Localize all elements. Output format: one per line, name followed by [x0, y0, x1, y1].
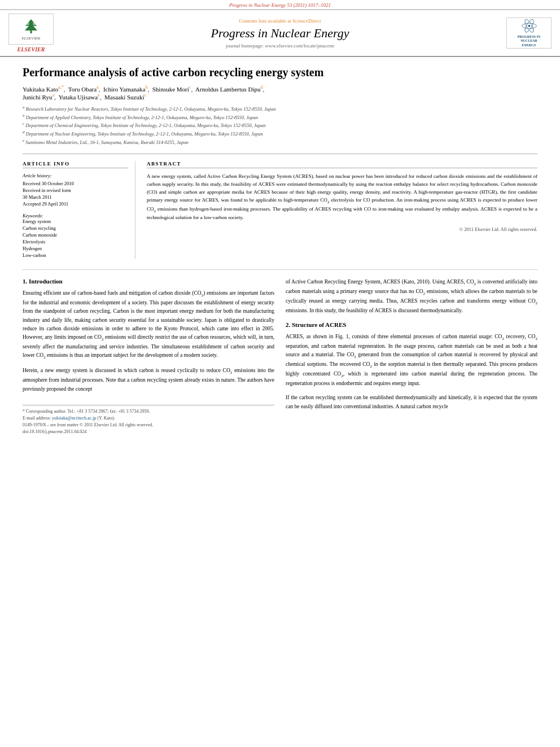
elsevier-tree-icon: [23, 18, 40, 35]
journal-citation-bar: Progress in Nuclear Energy 53 (2011) 101…: [0, 0, 560, 10]
journal-name: Progress in Nuclear Energy: [61, 26, 499, 41]
author-obara: Toru Obara: [68, 86, 97, 93]
keyword-4: Electrolysis: [23, 239, 128, 244]
introduction-para-2: Herein, a new energy system is discussed…: [23, 366, 274, 393]
author-yamanaka: Ichiro Yamanaka: [103, 86, 146, 93]
affiliation-b: b Department of Applied Chemistry, Tokyo…: [23, 113, 537, 121]
affiliation-d: d Department of Nuclear Engineering, Tok…: [23, 129, 537, 138]
body-left-column: 1. Introduction Ensuring efficient use o…: [23, 278, 274, 436]
author-kato: Yukitaka Kato: [23, 86, 58, 93]
authors-line: Yukitaka Katoa,*, Toru Obaraa, Ichiro Ya…: [23, 85, 537, 100]
abstract-heading: ABSTRACT: [147, 161, 537, 168]
corresponding-author-note: * Corresponding author. Tel.: +81 3 5734…: [23, 409, 274, 414]
email-suffix: (Y. Kato).: [97, 416, 115, 421]
keyword-3: Carbon monoxide: [23, 232, 128, 238]
author-ryu: Junichi Ryu: [23, 93, 52, 100]
author-dipu: Arnoldus Lambertus Dipu: [195, 86, 260, 93]
received-date: Received 30 October 2010: [23, 181, 128, 186]
body-content: 1. Introduction Ensuring efficient use o…: [23, 269, 537, 436]
keyword-6: Low-carbon: [23, 252, 128, 258]
elsevier-brand-label: ELSEVIER: [18, 46, 45, 53]
article-info-abstract: ARTICLE INFO Article history: Received 3…: [23, 154, 537, 259]
right-logo-container: PROGRESS INNUCLEARENERGY: [504, 18, 554, 49]
elsevier-logo-container: ELSEVIER ELSEVIER: [6, 14, 56, 53]
doi-line: doi:10.1016/j.pnucene.2011.04.024: [23, 429, 274, 434]
affiliations-block: a Research Laboratory for Nuclear Reacto…: [23, 104, 537, 146]
journal-citation: Progress in Nuclear Energy 53 (2011) 101…: [229, 2, 331, 8]
abstract-text: A new energy system, called Active Carbo…: [147, 173, 537, 222]
received-revised-date: 30 March 2011: [23, 194, 128, 200]
body-right-column: of Active Carbon Recycling Energy System…: [286, 278, 537, 436]
sciencedirect-link: Contents lists available at ScienceDirec…: [61, 18, 499, 24]
email-address[interactable]: yukitaka@nr.titech.ac.jp: [52, 416, 96, 421]
keyword-2: Carbon recycling: [23, 225, 128, 231]
keywords-block: Keywords: Energy system Carbon recycling…: [23, 212, 128, 258]
atom-icon: [519, 18, 539, 34]
email-note: E-mail address: yukitaka@nr.titech.ac.jp…: [23, 416, 274, 421]
journal-homepage-url: journal homepage: www.elsevier.com/locat…: [61, 43, 499, 49]
received-revised-label: Received in revised form: [23, 187, 128, 193]
svg-point-3: [33, 22, 36, 25]
email-label: E-mail address:: [23, 416, 51, 421]
structure-heading: 2. Structure of ACRES: [286, 321, 537, 328]
article-info-column: ARTICLE INFO Article history: Received 3…: [23, 161, 135, 259]
elsevier-logo-box: ELSEVIER: [8, 14, 54, 45]
article-title: Performance analysis of active carbon re…: [23, 66, 537, 79]
affiliation-a: a Research Laboratory for Nuclear Reacto…: [23, 104, 537, 113]
introduction-heading: 1. Introduction: [23, 278, 274, 285]
keywords-label: Keywords:: [23, 213, 43, 219]
svg-point-2: [26, 22, 29, 25]
structure-para-2: If the carbon recycling system can be es…: [286, 394, 537, 410]
author-mori: Shinsuke Mori: [152, 86, 189, 93]
right-col-intro-para: of Active Carbon Recycling Energy System…: [286, 278, 537, 315]
issn-line: 0149-1970/$ – see front matter © 2011 El…: [23, 422, 274, 427]
footer-block: * Corresponding author. Tel.: +81 3 5734…: [23, 405, 274, 434]
keyword-1: Energy system: [23, 219, 128, 224]
main-content: Performance analysis of active carbon re…: [0, 57, 560, 445]
svg-point-7: [528, 25, 530, 27]
article-history-block: Article history: Received 30 October 201…: [23, 173, 128, 207]
introduction-para-1: Ensuring efficient use of carbon-based f…: [23, 289, 274, 361]
sciencedirect-brand[interactable]: ScienceDirect: [292, 18, 321, 24]
history-label: Article history:: [23, 173, 128, 178]
affiliation-c: c Department of Chemical Engineering, To…: [23, 121, 537, 129]
keyword-5: Hydrogen: [23, 246, 128, 251]
journal-title-center: Contents lists available at ScienceDirec…: [61, 18, 499, 49]
accepted-date: Accepted 29 April 2011: [23, 201, 128, 207]
journal-header: ELSEVIER ELSEVIER Contents lists availab…: [0, 10, 560, 57]
copyright-notice: © 2011 Elsevier Ltd. All rights reserved…: [147, 226, 537, 232]
structure-para-1: ACRES, as shown in Fig. 1, consists of t…: [286, 333, 537, 388]
author-ujisawa: Yutaka Ujisawa: [59, 93, 98, 100]
pne-logo-box: PROGRESS INNUCLEARENERGY: [506, 18, 552, 49]
author-suzuki: Masaaki Suzuki: [104, 93, 145, 100]
article-info-heading: ARTICLE INFO: [23, 161, 128, 168]
affiliation-e: e Sumitomo Metal Industries, Ltd., 16-1,…: [23, 138, 537, 146]
abstract-column: ABSTRACT A new energy system, called Act…: [147, 161, 537, 259]
